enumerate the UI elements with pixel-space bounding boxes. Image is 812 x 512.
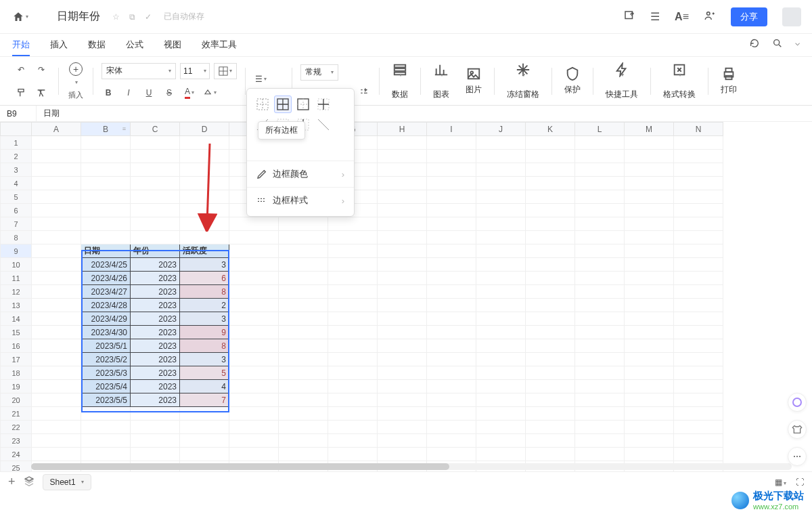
cell[interactable] bbox=[526, 448, 575, 461]
cell[interactable] bbox=[625, 217, 674, 231]
cell[interactable] bbox=[625, 190, 674, 204]
cell[interactable]: 3 bbox=[180, 353, 229, 366]
cell[interactable] bbox=[476, 177, 526, 190]
cell[interactable] bbox=[81, 190, 131, 204]
cell[interactable] bbox=[32, 204, 81, 217]
cell[interactable] bbox=[427, 448, 476, 461]
cell[interactable] bbox=[378, 136, 427, 150]
rewind-icon[interactable] bbox=[749, 38, 760, 51]
cell[interactable] bbox=[32, 393, 81, 407]
cell[interactable] bbox=[378, 258, 427, 272]
cell[interactable]: 2023 bbox=[131, 299, 180, 312]
row-header-7[interactable]: 7 bbox=[1, 217, 32, 231]
cell[interactable] bbox=[476, 299, 526, 312]
cell[interactable] bbox=[378, 272, 427, 285]
cell[interactable] bbox=[279, 339, 328, 353]
cell[interactable] bbox=[625, 285, 674, 299]
cell[interactable] bbox=[32, 407, 81, 421]
tab-start[interactable]: 开始 bbox=[12, 39, 30, 56]
cell[interactable] bbox=[427, 136, 476, 150]
collab-icon[interactable] bbox=[704, 9, 716, 24]
row-header-3[interactable]: 3 bbox=[1, 163, 32, 177]
tab-eff-tools[interactable]: 效率工具 bbox=[202, 39, 237, 56]
col-header-N[interactable]: N bbox=[674, 123, 723, 136]
row-header-4[interactable]: 4 bbox=[1, 177, 32, 190]
cell[interactable] bbox=[575, 258, 625, 272]
cell[interactable] bbox=[526, 312, 575, 326]
col-header-L[interactable]: L bbox=[575, 123, 625, 136]
cell[interactable] bbox=[674, 339, 723, 353]
cell[interactable] bbox=[328, 326, 378, 339]
cell[interactable] bbox=[328, 285, 378, 299]
cell[interactable]: 2023/4/26 bbox=[81, 272, 131, 285]
cell[interactable] bbox=[279, 366, 328, 380]
cell[interactable] bbox=[476, 448, 526, 461]
cell[interactable] bbox=[674, 163, 723, 177]
cell[interactable] bbox=[625, 366, 674, 380]
add-sheet-icon[interactable]: + bbox=[8, 475, 16, 489]
quicktools-tool[interactable]: ▾ 快捷工具 bbox=[597, 62, 646, 100]
cell[interactable] bbox=[229, 448, 279, 461]
cell[interactable]: 活跃度 bbox=[180, 244, 229, 258]
cell[interactable] bbox=[526, 136, 575, 150]
cell[interactable] bbox=[328, 353, 378, 366]
cell[interactable]: 2023 bbox=[131, 312, 180, 326]
star-icon[interactable]: ☆ bbox=[112, 12, 120, 22]
cell[interactable] bbox=[575, 380, 625, 393]
cell[interactable]: 2023 bbox=[131, 272, 180, 285]
cell[interactable] bbox=[229, 299, 279, 312]
cell[interactable] bbox=[378, 163, 427, 177]
cell[interactable]: 2023/5/5 bbox=[81, 393, 131, 407]
sheet-tab[interactable]: Sheet1▾ bbox=[43, 474, 91, 490]
cell[interactable] bbox=[328, 407, 378, 421]
cell[interactable] bbox=[81, 448, 131, 461]
cell[interactable] bbox=[378, 434, 427, 448]
cell[interactable] bbox=[674, 217, 723, 231]
col-header-J[interactable]: J bbox=[476, 123, 526, 136]
cell[interactable] bbox=[476, 285, 526, 299]
row-header-8[interactable]: 8 bbox=[1, 231, 32, 244]
cell[interactable] bbox=[575, 190, 625, 204]
row-header-2[interactable]: 2 bbox=[1, 150, 32, 163]
cell[interactable] bbox=[674, 258, 723, 272]
cell[interactable]: 4 bbox=[180, 380, 229, 393]
row-header-9[interactable]: 9 bbox=[1, 244, 32, 258]
fill-color-button[interactable]: ▾ bbox=[203, 86, 217, 100]
cell[interactable] bbox=[526, 150, 575, 163]
cell[interactable] bbox=[328, 339, 378, 353]
cell[interactable] bbox=[131, 231, 180, 244]
cell[interactable] bbox=[32, 258, 81, 272]
cell[interactable]: 6 bbox=[180, 272, 229, 285]
formula-value[interactable]: 日期 bbox=[37, 108, 60, 119]
tshirt-icon[interactable] bbox=[788, 420, 807, 439]
cell[interactable] bbox=[625, 204, 674, 217]
cell[interactable] bbox=[229, 244, 279, 258]
cell[interactable] bbox=[476, 339, 526, 353]
cell[interactable] bbox=[476, 353, 526, 366]
col-header-C[interactable]: C bbox=[131, 123, 180, 136]
ai-assistant-icon[interactable] bbox=[788, 393, 807, 412]
cell[interactable] bbox=[526, 407, 575, 421]
cell[interactable] bbox=[229, 393, 279, 407]
avatar[interactable] bbox=[782, 7, 801, 26]
cell[interactable] bbox=[427, 407, 476, 421]
row-header-21[interactable]: 21 bbox=[1, 407, 32, 421]
cell[interactable] bbox=[279, 434, 328, 448]
border-diag2-icon[interactable] bbox=[315, 116, 332, 133]
cell[interactable]: 2023 bbox=[131, 380, 180, 393]
cell[interactable] bbox=[476, 380, 526, 393]
cell[interactable] bbox=[81, 434, 131, 448]
cell[interactable] bbox=[575, 204, 625, 217]
cell[interactable] bbox=[378, 339, 427, 353]
cell[interactable] bbox=[279, 448, 328, 461]
cell[interactable] bbox=[427, 353, 476, 366]
select-all-corner[interactable] bbox=[1, 123, 32, 136]
cell[interactable] bbox=[625, 393, 674, 407]
cell[interactable] bbox=[427, 217, 476, 231]
cell[interactable] bbox=[81, 421, 131, 434]
row-header-12[interactable]: 12 bbox=[1, 285, 32, 299]
cell[interactable] bbox=[328, 421, 378, 434]
cell[interactable] bbox=[229, 353, 279, 366]
cell[interactable] bbox=[32, 244, 81, 258]
cell[interactable] bbox=[674, 150, 723, 163]
